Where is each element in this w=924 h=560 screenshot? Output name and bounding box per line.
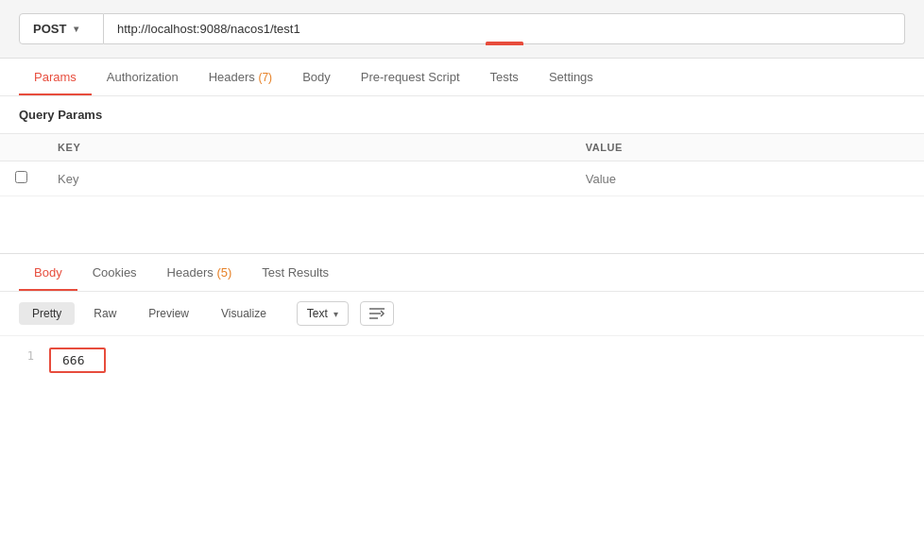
format-raw-button[interactable]: Raw: [80, 302, 129, 325]
tab-settings[interactable]: Settings: [534, 59, 608, 95]
text-dropdown-chevron: ▾: [334, 309, 338, 319]
format-pretty-button[interactable]: Pretty: [19, 302, 75, 325]
method-chevron: ▾: [74, 24, 78, 34]
url-input[interactable]: [104, 13, 905, 44]
value-cell[interactable]: [571, 161, 924, 196]
resp-headers-badge: (5): [216, 265, 231, 280]
response-value: 666: [49, 348, 106, 373]
spacer: [0, 196, 924, 253]
params-table: KEY VALUE: [0, 133, 924, 196]
format-bar: Pretty Raw Preview Visualize Text ▾: [0, 292, 924, 336]
resp-tab-headers[interactable]: Headers (5): [152, 254, 248, 291]
method-label: POST: [33, 22, 66, 36]
resp-tab-body[interactable]: Body: [19, 254, 77, 291]
tab-pre-request[interactable]: Pre-request Script: [346, 59, 475, 95]
text-type-label: Text: [307, 307, 328, 320]
tab-body[interactable]: Body: [287, 59, 346, 95]
method-selector[interactable]: POST ▾: [19, 13, 104, 44]
resp-tab-cookies[interactable]: Cookies: [77, 254, 152, 291]
row-checkbox[interactable]: [0, 161, 43, 196]
checkbox-header: [0, 134, 43, 161]
param-checkbox[interactable]: [15, 171, 27, 183]
tab-tests[interactable]: Tests: [475, 59, 534, 95]
headers-badge: (7): [258, 71, 272, 84]
wrap-icon: [368, 307, 385, 320]
format-preview-button[interactable]: Preview: [135, 302, 202, 325]
wrap-button[interactable]: [360, 301, 394, 326]
tab-authorization[interactable]: Authorization: [92, 59, 194, 95]
line-number: 1: [19, 348, 34, 373]
response-tabs: Body Cookies Headers (5) Test Results: [0, 254, 924, 292]
key-cell[interactable]: [43, 161, 571, 196]
request-tabs: Params Authorization Headers (7) Body Pr…: [0, 59, 924, 96]
url-bar: POST ▾: [0, 0, 924, 59]
value-input[interactable]: [586, 172, 909, 186]
format-visualize-button[interactable]: Visualize: [208, 302, 280, 325]
key-input[interactable]: [58, 172, 556, 186]
resp-tab-test-results[interactable]: Test Results: [247, 254, 344, 291]
value-header: VALUE: [571, 134, 924, 161]
tab-headers[interactable]: Headers (7): [194, 59, 287, 95]
response-body: 1 666: [0, 336, 924, 384]
text-type-dropdown[interactable]: Text ▾: [297, 301, 349, 326]
query-params-title: Query Params: [0, 96, 924, 133]
tab-params[interactable]: Params: [19, 59, 92, 95]
table-row: [0, 161, 924, 196]
key-header: KEY: [43, 134, 571, 161]
